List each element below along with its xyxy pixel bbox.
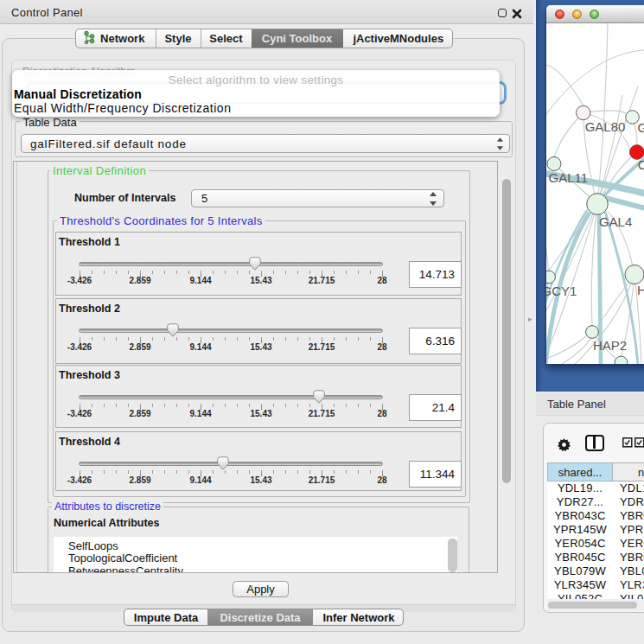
svg-text:GA: GA <box>638 120 644 135</box>
svg-text:GCY1: GCY1 <box>542 284 577 298</box>
svg-text:HI: HI <box>637 283 644 297</box>
svg-text:GAL11: GAL11 <box>549 170 589 185</box>
svg-text:GAL4: GAL4 <box>599 214 632 229</box>
svg-text:GAL80: GAL80 <box>585 119 626 134</box>
svg-text:CO: CO <box>638 157 644 172</box>
svg-text:HAP2: HAP2 <box>593 338 627 353</box>
